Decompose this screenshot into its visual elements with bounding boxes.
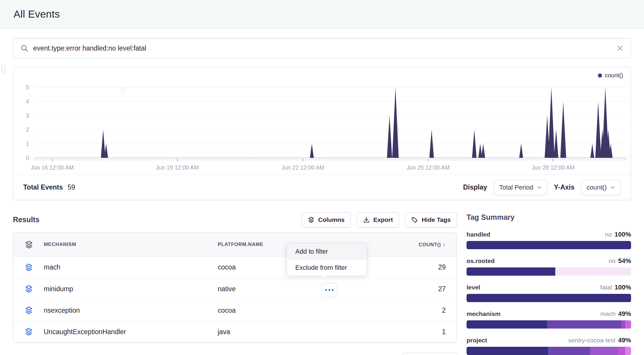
cell-mechanism[interactable]: mach (44, 263, 218, 271)
svg-text:5: 5 (26, 84, 29, 91)
all-events-page: All Events event.type:error handled:no l… (0, 0, 644, 355)
results-table: MECHANISM PLATFORM.NAME COUNT()↓ mach co… (13, 232, 457, 343)
tag-distribution-bar[interactable] (467, 294, 631, 302)
tag-group-os.rooted: os.rooted no 54% (467, 257, 631, 276)
tag-distribution-bar[interactable] (467, 267, 631, 276)
close-icon (616, 44, 624, 52)
tag-groups: handled no 100% os.rooted no 54% level f… (467, 231, 631, 355)
row-stack-icon (13, 284, 44, 293)
yaxis-dropdown[interactable]: count() (581, 180, 621, 195)
search-icon (20, 44, 28, 52)
tag-summary-heading: Tag Summary (467, 213, 631, 222)
tag-top-percent: 49% (618, 310, 631, 318)
tag-distribution-bar[interactable] (467, 320, 631, 329)
tag-bar-segment[interactable] (548, 347, 590, 355)
panel-resize-handle[interactable] (1, 65, 5, 73)
tag-bar-segment[interactable] (467, 294, 631, 302)
total-events-label: Total Events (23, 183, 63, 191)
cell-mechanism[interactable]: minidump (44, 285, 218, 293)
table-row[interactable]: minidump native 27 (13, 278, 457, 299)
svg-text:Jun 22 12:00 AM: Jun 22 12:00 AM (281, 164, 324, 171)
table-row[interactable]: mach cocoa 29 (13, 257, 457, 278)
tag-bar-segment[interactable] (467, 241, 631, 249)
cell-count[interactable]: 27 (363, 285, 457, 293)
tag-group-level: level fatal 100% (467, 284, 631, 302)
tag-name: handled (467, 231, 490, 238)
chevron-down-icon (537, 185, 542, 190)
svg-text:Jun 25 12:00 AM: Jun 25 12:00 AM (407, 164, 450, 171)
tag-bar-segment[interactable] (625, 320, 631, 329)
hide-tags-button[interactable]: Hide Tags (405, 212, 457, 227)
tag-icon (411, 216, 418, 223)
cell-count[interactable]: 1 (363, 328, 457, 336)
cell-actions-button[interactable] (321, 283, 337, 297)
total-events: Total Events 59 (23, 183, 75, 191)
menu-item-exclude-from-filter[interactable]: Exclude from filter (287, 260, 367, 276)
cell-count[interactable]: 2 (363, 307, 457, 314)
svg-text:0: 0 (26, 155, 29, 161)
legend-dot-icon (598, 73, 602, 78)
cell-platform[interactable]: java (218, 328, 363, 336)
tag-top-value: no (609, 257, 616, 264)
svg-text:3: 3 (26, 112, 29, 119)
cell-mechanism[interactable]: UncaughtExceptionHandler (44, 328, 218, 336)
svg-text:Jun 16 12:00 AM: Jun 16 12:00 AM (31, 164, 73, 171)
tag-top-value: no (605, 231, 612, 238)
chart-legend[interactable]: count() (598, 72, 623, 79)
header-stack-icon[interactable] (13, 240, 44, 249)
pagination-controls-cutoff[interactable] (403, 353, 457, 355)
tag-distribution-bar[interactable] (467, 241, 631, 249)
table-row[interactable]: UncaughtExceptionHandler java 1 (13, 321, 457, 342)
export-button-label: Export (373, 216, 393, 223)
events-chart-panel: count() 012345Jun 16 12:00 AMJun 19 12:0… (13, 67, 631, 200)
tag-bar-segment[interactable] (618, 347, 625, 355)
tag-bar-segment[interactable] (547, 320, 621, 329)
events-spike-chart[interactable]: 012345Jun 16 12:00 AMJun 19 12:00 AMJun … (13, 70, 631, 174)
tag-name: mechanism (467, 310, 501, 317)
display-label: Display (463, 183, 487, 191)
tag-name: level (467, 284, 480, 291)
cell-count[interactable]: 29 (363, 263, 457, 271)
row-stack-icon (13, 306, 44, 315)
search-bar[interactable]: event.type:error handled:no level:fatal (13, 38, 631, 58)
chart-footer: Total Events 59 Display Total Period Y-A… (13, 175, 631, 200)
chevron-down-icon (610, 185, 615, 190)
tag-bar-segment[interactable] (467, 320, 547, 329)
display-dropdown-value: Total Period (499, 184, 533, 191)
tag-bar-segment[interactable] (555, 267, 631, 276)
column-header-mechanism[interactable]: MECHANISM (44, 242, 218, 247)
display-dropdown[interactable]: Total Period (494, 180, 547, 195)
tag-distribution-bar[interactable] (467, 347, 631, 355)
tag-bar-segment[interactable] (590, 347, 618, 355)
cell-mechanism[interactable]: nsexception (44, 307, 218, 314)
tag-bar-segment[interactable] (621, 320, 625, 329)
search-input[interactable]: event.type:error handled:no level:fatal (33, 44, 616, 52)
clear-search-button[interactable] (616, 44, 624, 52)
table-toolbar: Columns Export Hide Tags (301, 212, 457, 227)
columns-button[interactable]: Columns (301, 212, 351, 227)
page-title: All Events (14, 8, 60, 20)
yaxis-label: Y-Axis (554, 183, 574, 191)
tag-bar-segment[interactable] (467, 347, 548, 355)
tag-name: project (467, 337, 487, 344)
tag-bar-segment[interactable] (467, 267, 555, 276)
tag-top-percent: 100% (615, 231, 631, 238)
cell-platform[interactable]: native (218, 285, 363, 293)
export-button[interactable]: Export (357, 212, 399, 227)
row-stack-icon (13, 263, 44, 272)
tag-group-handled: handled no 100% (467, 231, 631, 249)
tag-group-mechanism: mechanism mach 49% (467, 310, 631, 329)
tag-name: os.rooted (467, 257, 495, 264)
table-row[interactable]: nsexception cocoa 2 (13, 299, 457, 321)
tag-group-project: project sentry-cocoa-test 49% (467, 336, 631, 355)
tag-bar-segment[interactable] (625, 347, 631, 355)
download-icon (363, 216, 370, 223)
svg-text:2: 2 (26, 126, 29, 133)
cell-platform[interactable]: cocoa (218, 307, 363, 314)
results-heading: Results (13, 215, 39, 224)
column-header-count[interactable]: COUNT()↓ (363, 241, 457, 248)
svg-text:Jun 19 12:00 AM: Jun 19 12:00 AM (156, 164, 199, 171)
tag-top-value: fatal (600, 284, 612, 291)
svg-text:1: 1 (26, 140, 29, 147)
menu-item-add-to-filter[interactable]: Add to filter (287, 244, 367, 259)
